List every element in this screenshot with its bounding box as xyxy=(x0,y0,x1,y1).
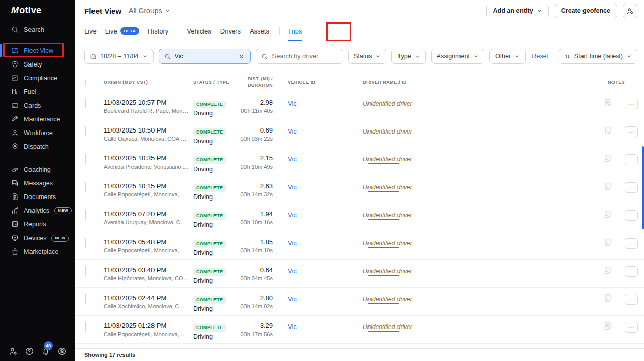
help-icon[interactable] xyxy=(25,347,34,356)
assignment-filter-dropdown[interactable]: Assignment xyxy=(431,49,484,64)
sidebar-item-dispatch[interactable]: Dispatch xyxy=(0,140,75,153)
search-icon xyxy=(164,53,171,60)
vehicle-id-link[interactable]: Vic xyxy=(288,295,297,303)
other-filter-dropdown[interactable]: Other xyxy=(489,49,526,64)
sidebar-item-analytics[interactable]: Analytics NEW xyxy=(0,204,75,217)
row-checkbox[interactable] xyxy=(85,154,86,164)
sidebar-item-maintenance[interactable]: Maintenance xyxy=(0,112,75,126)
row-more-button[interactable]: ... xyxy=(625,126,638,137)
vehicle-cell: Vic xyxy=(288,120,363,136)
add-entity-button[interactable]: Add an entity xyxy=(486,4,549,18)
clear-search-icon[interactable] xyxy=(238,53,245,60)
row-checkbox[interactable] xyxy=(85,99,86,108)
vehicle-id-link[interactable]: Vic xyxy=(288,183,297,191)
driver-name-link[interactable]: Unidentified driver xyxy=(363,212,412,220)
vertical-scrollbar[interactable] xyxy=(642,146,644,229)
row-more-button[interactable]: ... xyxy=(625,266,638,277)
trip-origin-address: Calle Popocatépetl, Monclova, COA ... xyxy=(104,191,189,198)
origin-cell: 11/03/2025 05:48 PM Calle Popocatépetl, … xyxy=(104,232,193,253)
tab-live-beta[interactable]: LiveBETA xyxy=(105,21,139,41)
note-icon[interactable] xyxy=(604,238,611,246)
row-checkbox[interactable] xyxy=(85,182,86,192)
vehicle-cell: Vic xyxy=(288,92,363,108)
sidebar-item-label: Marketplace xyxy=(24,248,58,255)
tab-drivers[interactable]: Drivers xyxy=(220,21,241,41)
row-more-button[interactable]: ... xyxy=(625,322,638,333)
trip-start-time: 11/03/2025 01:28 PM xyxy=(104,322,193,330)
vehicle-search-input[interactable] xyxy=(175,53,235,60)
sidebar-item-fuel[interactable]: Fuel xyxy=(0,85,75,99)
sidebar-item-devices[interactable]: Devices NEW xyxy=(0,231,75,245)
row-checkbox[interactable] xyxy=(85,238,86,248)
credit-card-icon xyxy=(11,102,19,109)
sidebar-item-safety[interactable]: Safety xyxy=(0,57,75,71)
account-icon[interactable] xyxy=(57,347,67,356)
note-icon[interactable] xyxy=(604,266,611,274)
tab-trips[interactable]: Trips xyxy=(288,21,302,41)
note-icon[interactable] xyxy=(604,210,611,218)
trip-type: Driving xyxy=(193,249,234,256)
row-checkbox[interactable] xyxy=(85,294,86,304)
vehicle-id-link[interactable]: Vic xyxy=(288,239,297,247)
vehicle-id-link[interactable]: Vic xyxy=(288,211,297,219)
note-icon[interactable] xyxy=(604,322,611,330)
driver-search-input[interactable] xyxy=(272,53,338,60)
date-range-picker[interactable]: 10/28 – 11/04 xyxy=(84,49,154,64)
row-more-button[interactable]: ... xyxy=(625,182,638,193)
sidebar-search[interactable]: Search xyxy=(0,23,75,37)
note-icon[interactable] xyxy=(604,99,611,107)
note-icon[interactable] xyxy=(604,182,611,190)
driver-name-link[interactable]: Unidentified driver xyxy=(363,240,412,248)
driver-name-link[interactable]: Unidentified driver xyxy=(363,184,412,192)
type-filter-dropdown[interactable]: Type xyxy=(391,49,425,64)
user-settings-button[interactable] xyxy=(623,4,637,18)
sidebar-item-compliance[interactable]: Compliance xyxy=(0,71,75,85)
driver-name-link[interactable]: Unidentified driver xyxy=(363,323,412,332)
sidebar-item-marketplace[interactable]: Marketplace xyxy=(0,245,75,258)
sidebar-item-workforce[interactable]: Workforce xyxy=(0,126,75,140)
tab-assets[interactable]: Assets xyxy=(250,21,269,41)
driver-name-link[interactable]: Unidentified driver xyxy=(363,156,412,164)
row-checkbox[interactable] xyxy=(85,322,86,332)
driver-name-link[interactable]: Unidentified driver xyxy=(363,100,412,108)
row-checkbox[interactable] xyxy=(85,126,86,136)
row-checkbox[interactable] xyxy=(85,266,86,276)
notifications-icon[interactable]: 40 xyxy=(41,347,50,356)
note-icon[interactable] xyxy=(604,294,611,302)
status-filter-dropdown[interactable]: Status xyxy=(348,49,386,64)
group-selector[interactable]: All Groups xyxy=(129,7,171,15)
vehicle-id-link[interactable]: Vic xyxy=(288,323,297,331)
trip-distance: 3.29 xyxy=(234,322,273,330)
vehicle-id-link[interactable]: Vic xyxy=(288,100,297,107)
vehicle-id-link[interactable]: Vic xyxy=(288,155,297,163)
tab-vehicles[interactable]: Vehicles xyxy=(187,21,211,41)
row-checkbox[interactable] xyxy=(85,210,86,220)
sort-dropdown[interactable]: Start time (latest) xyxy=(559,49,637,64)
vehicle-id-link[interactable]: Vic xyxy=(288,127,297,135)
vehicle-id-link[interactable]: Vic xyxy=(288,267,297,275)
create-geofence-button[interactable]: Create geofence xyxy=(555,4,617,18)
row-more-button[interactable]: ... xyxy=(625,238,638,249)
tab-history[interactable]: History xyxy=(148,21,168,41)
note-icon[interactable] xyxy=(604,154,611,162)
row-more-button[interactable]: ... xyxy=(625,154,638,165)
sidebar-item-messages[interactable]: Messages xyxy=(0,176,75,190)
admin-user-icon[interactable] xyxy=(9,347,18,356)
driver-name-link[interactable]: Unidentified driver xyxy=(363,128,412,136)
tab-live[interactable]: Live xyxy=(84,21,97,41)
select-all-checkbox[interactable] xyxy=(85,79,86,85)
driver-name-link[interactable]: Unidentified driver xyxy=(363,296,412,304)
location-pin-icon xyxy=(11,143,19,150)
reset-filters-link[interactable]: Reset xyxy=(532,53,548,60)
row-more-button[interactable]: ... xyxy=(625,294,638,305)
sidebar-item-cards[interactable]: Cards xyxy=(0,99,75,112)
sidebar-item-documents[interactable]: Documents xyxy=(0,190,75,204)
row-more-button[interactable]: ... xyxy=(625,210,638,221)
driver-name-link[interactable]: Unidentified driver xyxy=(363,268,412,276)
sidebar-item-fleet-view[interactable]: Fleet View xyxy=(0,44,75,57)
sort-arrows-icon xyxy=(564,53,571,60)
sidebar-item-coaching[interactable]: Coaching xyxy=(0,162,75,176)
note-icon[interactable] xyxy=(604,126,611,135)
sidebar-item-reports[interactable]: Reports xyxy=(0,217,75,231)
row-more-button[interactable]: ... xyxy=(625,99,638,109)
